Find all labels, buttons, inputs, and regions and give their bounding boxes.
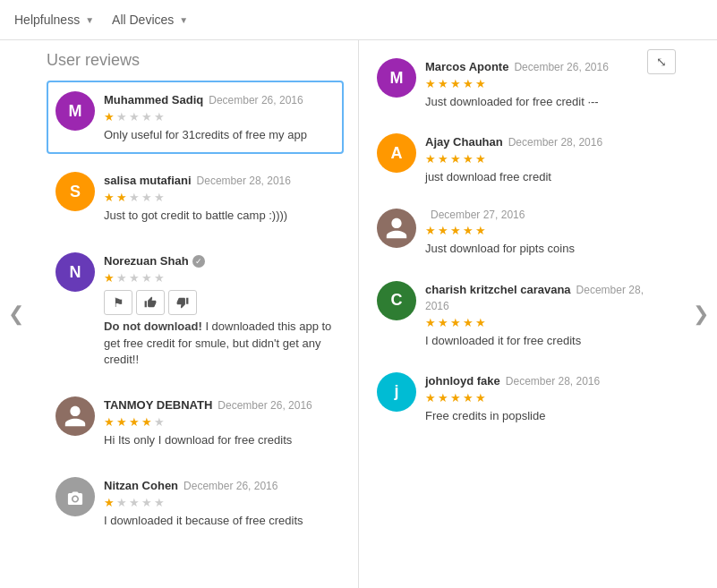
right-reviews-list: MMarcos AponteDecember 26, 2016★★★★★Just… bbox=[373, 51, 670, 431]
star-3: ★ bbox=[129, 271, 140, 285]
star-3: ★ bbox=[450, 391, 461, 405]
review-text: I downloaded it for free credits bbox=[425, 333, 667, 349]
reviewer-name: Norezuan Shah bbox=[104, 254, 189, 268]
star-4: ★ bbox=[463, 77, 474, 90]
star-3: ★ bbox=[450, 152, 461, 166]
thumbs-up-button[interactable] bbox=[136, 290, 165, 315]
next-arrow[interactable]: ❯ bbox=[685, 40, 717, 588]
review-date: December 26, 2016 bbox=[209, 94, 303, 107]
avatar: A bbox=[377, 133, 416, 173]
review-body: December 27, 2016★★★★★Just download for … bbox=[425, 209, 667, 257]
reviewer-name: charish kritzchel caravana bbox=[425, 283, 571, 296]
star-1: ★ bbox=[104, 496, 115, 509]
avatar-photo bbox=[55, 396, 95, 436]
review-card[interactable]: MMuhammed SadiqDecember 26, 2016★★★★★Onl… bbox=[47, 81, 344, 154]
star-3: ★ bbox=[450, 316, 461, 329]
star-1: ★ bbox=[425, 77, 436, 90]
review-card[interactable]: TANMOY DEBNATHDecember 26, 2016★★★★★Hi I… bbox=[47, 386, 344, 459]
star-2: ★ bbox=[116, 496, 127, 509]
star-1: ★ bbox=[425, 316, 436, 329]
review-body: Norezuan Shah✓★★★★★⚑Do not download! I d… bbox=[104, 252, 335, 368]
review-text: Just downloaded for free credit ·-- bbox=[425, 94, 667, 110]
review-row: AAjay ChauhanDecember 28, 2016★★★★★just … bbox=[373, 126, 670, 192]
flag-button[interactable]: ⚑ bbox=[104, 290, 132, 315]
avatar: M bbox=[377, 58, 416, 98]
star-5: ★ bbox=[475, 152, 486, 166]
avatar: j bbox=[377, 372, 416, 412]
review-body: charish kritzchel caravanaDecember 28, 2… bbox=[425, 281, 667, 349]
review-text: I downloaded it because of free credits bbox=[104, 513, 335, 529]
reviews-container: User reviews MMuhammed SadiqDecember 26,… bbox=[32, 40, 685, 588]
review-row: MMarcos AponteDecember 26, 2016★★★★★Just… bbox=[373, 51, 670, 117]
star-1: ★ bbox=[104, 271, 115, 285]
star-2: ★ bbox=[438, 77, 448, 90]
all-devices-chevron: ▼ bbox=[179, 15, 188, 25]
helpfulness-label: Helpfulness bbox=[14, 13, 80, 27]
stars: ★★★★★ bbox=[104, 191, 335, 204]
stars: ★★★★★ bbox=[425, 316, 667, 329]
star-2: ★ bbox=[116, 191, 127, 204]
star-2: ★ bbox=[116, 415, 127, 429]
left-panel: User reviews MMuhammed SadiqDecember 26,… bbox=[32, 40, 359, 588]
reviewer-name: TANMOY DEBNATH bbox=[104, 398, 212, 412]
star-3: ★ bbox=[129, 110, 140, 124]
helpfulness-filter[interactable]: Helpfulness ▼ bbox=[14, 9, 94, 30]
star-4: ★ bbox=[463, 391, 474, 405]
stars: ★★★★★ bbox=[425, 152, 667, 166]
star-3: ★ bbox=[450, 77, 461, 90]
collapse-button[interactable]: ⤡ bbox=[647, 49, 676, 74]
star-4: ★ bbox=[141, 271, 152, 285]
avatar-photo bbox=[377, 209, 416, 248]
star-2: ★ bbox=[438, 224, 448, 237]
reviewer-name: Nitzan Cohen bbox=[104, 479, 178, 492]
star-1: ★ bbox=[104, 415, 115, 429]
prev-arrow[interactable]: ❮ bbox=[0, 40, 32, 588]
all-devices-filter[interactable]: All Devices ▼ bbox=[112, 9, 188, 30]
avatar-no-photo bbox=[55, 477, 95, 516]
review-date: December 28, 2016 bbox=[506, 375, 600, 388]
star-5: ★ bbox=[475, 316, 486, 329]
star-5: ★ bbox=[154, 271, 165, 285]
star-5: ★ bbox=[154, 415, 165, 429]
star-4: ★ bbox=[141, 415, 152, 429]
review-row: jjohnloyd fakeDecember 28, 2016★★★★★Free… bbox=[373, 365, 670, 431]
review-body: TANMOY DEBNATHDecember 26, 2016★★★★★Hi I… bbox=[104, 396, 335, 448]
review-body: Nitzan CohenDecember 26, 2016★★★★★I down… bbox=[104, 477, 335, 529]
star-5: ★ bbox=[154, 496, 165, 509]
star-5: ★ bbox=[475, 391, 486, 405]
action-icons: ⚑ bbox=[104, 290, 335, 315]
stars: ★★★★★ bbox=[425, 224, 667, 237]
section-title: User reviews bbox=[47, 51, 344, 70]
avatar: C bbox=[377, 281, 416, 320]
review-text: Only useful for 31credits of free my app bbox=[104, 127, 335, 143]
star-4: ★ bbox=[141, 496, 152, 509]
star-1: ★ bbox=[425, 152, 436, 166]
review-text: Just to got credit to battle camp :)))) bbox=[104, 208, 335, 224]
star-2: ★ bbox=[438, 316, 448, 329]
review-date: December 27, 2016 bbox=[431, 209, 667, 221]
review-body: Ajay ChauhanDecember 28, 2016★★★★★just d… bbox=[425, 133, 667, 185]
reviewer-name: Marcos Aponte bbox=[425, 60, 508, 73]
right-panel-wrapper: ⤡ MMarcos AponteDecember 26, 2016★★★★★Ju… bbox=[359, 40, 685, 588]
review-row: December 27, 2016★★★★★Just download for … bbox=[373, 201, 670, 264]
review-date: December 28, 2016 bbox=[508, 136, 602, 149]
all-devices-label: All Devices bbox=[112, 13, 174, 27]
star-1: ★ bbox=[104, 110, 115, 124]
right-panel: MMarcos AponteDecember 26, 2016★★★★★Just… bbox=[359, 40, 685, 588]
star-5: ★ bbox=[154, 191, 165, 204]
star-5: ★ bbox=[475, 224, 486, 237]
star-4: ★ bbox=[141, 110, 152, 124]
reviewer-name: johnloyd fake bbox=[425, 374, 500, 388]
star-2: ★ bbox=[438, 152, 448, 166]
review-row: Ccharish kritzchel caravanaDecember 28, … bbox=[373, 274, 670, 356]
thumbs-down-button[interactable] bbox=[168, 290, 197, 315]
review-card[interactable]: NNorezuan Shah✓★★★★★⚑Do not download! I … bbox=[47, 242, 344, 379]
star-4: ★ bbox=[463, 152, 474, 166]
star-3: ★ bbox=[129, 415, 140, 429]
star-4: ★ bbox=[141, 191, 152, 204]
review-card[interactable]: Ssalisa mutafianiDecember 28, 2016★★★★★J… bbox=[47, 161, 344, 234]
stars: ★★★★★ bbox=[104, 271, 335, 285]
review-text: Just download for pipts coins bbox=[425, 241, 667, 257]
review-card[interactable]: Nitzan CohenDecember 26, 2016★★★★★I down… bbox=[47, 466, 344, 540]
review-body: Marcos AponteDecember 26, 2016★★★★★Just … bbox=[425, 58, 667, 110]
